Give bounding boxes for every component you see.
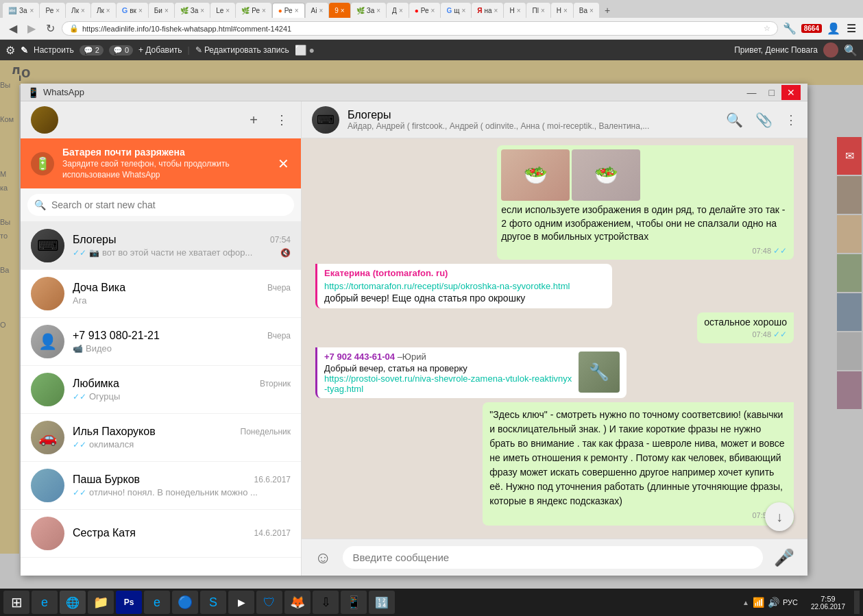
tab-close-icon-3[interactable]: × [81,7,85,14]
chat-item-lubimka[interactable]: Любимка Вторник ✓✓ Огурцы [21,366,301,414]
tab-close-icon[interactable]: × [30,7,34,14]
message-time-out-2: 07:48 ✓✓ [704,330,787,339]
browser-tab-14[interactable]: ●Ре× [409,3,441,18]
menu-icon[interactable]: ☰ [845,21,858,36]
taskbar-whatsapp-button[interactable]: 📱 [341,591,367,614]
taskbar-skype-button[interactable]: S [200,591,226,614]
message-link-phone2[interactable]: https://prostoi-sovet.ru/niva-shevrole-z… [324,373,573,394]
titlebar: 📱 WhatsApp — □ ✕ [21,84,807,101]
tab-label: За [19,7,27,14]
refresh-button[interactable]: ↻ [42,21,58,36]
taskbar-firefox-button[interactable]: 🦊 [284,591,311,614]
group-avatar[interactable]: ⌨ [312,106,339,134]
chat-preview-ilya: ✓✓ оклимался [73,439,291,449]
tab-close-icon-4[interactable]: × [106,7,110,14]
mic-button[interactable]: 🎤 [771,545,797,570]
systray: ▲ 📶 🔊 РУС [737,597,803,608]
systray-volume[interactable]: 🔊 [768,597,779,608]
more-options-icon[interactable]: ⋮ [273,110,291,130]
edit-post-button[interactable]: ✎ Редактировать запись [195,45,289,55]
chat-item-ilya[interactable]: 🚗 Илья Пахоруков Понедельник ✓✓ оклималс… [21,414,301,462]
chat-preview-pasha: ✓✓ отлично! понял. В понедельник можно .… [73,487,291,497]
browser-tab-20[interactable]: Ва× [574,3,599,18]
browser-tab-18[interactable]: Пl× [526,3,550,18]
chat-name-pasha: Паша Бурков [73,473,140,486]
forward-button[interactable]: ▶ [24,21,39,36]
search-chat-button[interactable]: 🔍 [726,112,743,128]
tab-label-19: Н [557,7,561,14]
search-input[interactable] [27,194,294,216]
taskbar-browser-button[interactable]: 🌐 [60,591,86,614]
new-tab-button[interactable]: + [599,3,616,18]
message-link-ekaterina[interactable]: https://tortomarafon.ru/recepti/sup/okro… [324,281,570,291]
user-avatar-button[interactable] [823,42,838,58]
browser-tab-17[interactable]: Н× [504,3,526,18]
taskbar-folder-button[interactable]: 📁 [88,591,114,614]
browser-tab-9[interactable]: 🌿Ре× [236,3,271,18]
browser-tab-6[interactable]: Би× [149,3,174,18]
browser-tab-10[interactable]: Аi× [306,3,329,18]
browser-tab-2[interactable]: Ре × [40,3,65,18]
sidebar-label-m: М [0,170,19,178]
active-tab-label: Ре [284,7,293,14]
close-button[interactable]: ✕ [781,85,801,100]
browser-tab-19[interactable]: Н× [551,3,573,18]
taskbar-photoshop-button[interactable]: Ps [116,591,142,614]
systray-arrow[interactable]: ▲ [742,599,749,606]
search-toolbar-button[interactable]: 🔍 [844,44,858,57]
mute-icon: 🔇 [280,248,291,258]
input-area: ☺ 🎤 [302,539,807,576]
start-button[interactable]: ⊞ [3,591,29,614]
battery-warning-close[interactable]: ✕ [276,154,291,173]
taskbar-time: 7:59 [811,595,845,603]
chat-preview-phone1: 📹 Видео [73,343,291,354]
chat-item-phone1[interactable]: 👤 +7 913 080-21-21 Вчера 📹 Видео [21,318,301,366]
maximize-button[interactable]: □ [764,85,780,100]
new-chat-icon[interactable]: + [247,110,260,131]
attach-button[interactable]: 📎 [755,112,773,128]
browser-tab-12[interactable]: 🌿За× [351,3,386,18]
chat-item-pasha[interactable]: Паша Бурков 16.6.2017 ✓✓ отлично! понял.… [21,462,301,510]
taskbar-torrent-button[interactable]: ⇩ [313,591,339,614]
tab-close-5[interactable]: × [138,7,143,14]
taskbar-shield-button[interactable]: 🛡 [256,591,282,614]
browser-tab-16[interactable]: Янa× [472,3,503,18]
browser-tab-4[interactable]: Лк× [91,3,116,18]
avatar: ⌨ [31,229,64,262]
browser-tab-15[interactable]: Gщ× [441,3,471,18]
double-check-1: ✓✓ [773,246,787,256]
extensions-button[interactable]: 🔧 [781,21,798,36]
show-desktop-button[interactable] [854,591,860,614]
back-button[interactable]: ◀ [5,21,21,36]
message-input[interactable] [343,546,763,569]
taskbar-ie-button[interactable]: e [32,591,58,614]
minimize-button[interactable]: — [742,85,762,100]
browser-tab[interactable]: 🔤 За × [3,3,39,18]
sidebar-label-ka: ка [0,184,19,192]
user-icon[interactable]: 👤 [825,21,842,36]
configure-button[interactable]: Настроить [34,45,74,55]
taskbar-explorer-button[interactable]: e [144,591,170,614]
star-icon[interactable]: ☆ [764,24,770,33]
browser-tab-7[interactable]: 🌿За× [175,3,210,18]
chat-item-sestra[interactable]: Сестра Катя 14.6.2017 [21,510,301,558]
chat-item-blogery[interactable]: ⌨ Блогеры 07:54 ✓✓ 📷 вот во этой [21,222,301,270]
browser-tab-11[interactable]: 9× [329,3,350,18]
browser-tab-8[interactable]: Le× [210,3,235,18]
taskbar-date: 22.06.2017 [811,603,845,611]
tab-close-icon-2[interactable]: × [56,7,60,14]
taskbar-winamp-button[interactable]: ▶ [228,591,254,614]
add-new-button[interactable]: + Добавить [138,45,182,55]
browser-tab-5[interactable]: Gвк× [117,3,148,18]
browser-tab-active[interactable]: ●Ре× [272,3,305,18]
taskbar-chrome-button[interactable]: 🔵 [172,591,198,614]
address-bar-url[interactable]: https://leadinlife.info/10-fishek-whatsa… [82,25,291,33]
browser-tab-13[interactable]: Д× [387,3,409,18]
chat-item-dochavika[interactable]: Доча Вика Вчера Ага [21,270,301,318]
scroll-to-bottom-button[interactable]: ↓ [765,502,794,531]
user-avatar[interactable] [31,106,58,134]
taskbar-calc-button[interactable]: 🔢 [369,591,395,614]
emoji-button[interactable]: ☺ [312,545,335,570]
browser-tab-3[interactable]: Лк × [66,3,90,18]
chat-more-button[interactable]: ⋮ [785,112,797,127]
